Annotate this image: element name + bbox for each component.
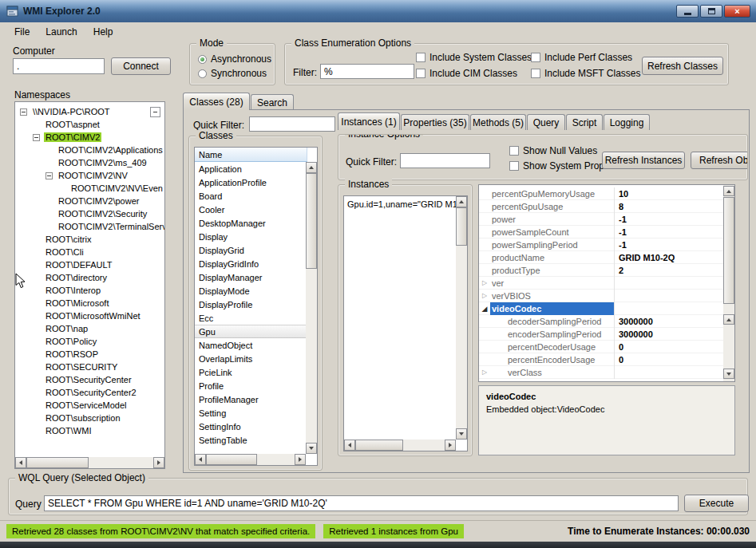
- namespace-item[interactable]: ROOT\aspnet: [15, 118, 164, 131]
- scroll-right-icon[interactable]: [295, 454, 306, 465]
- namespace-item[interactable]: ROOT\SecurityCenter: [15, 373, 164, 386]
- tab-instances[interactable]: Instances (1): [338, 112, 400, 130]
- filter-input[interactable]: [320, 64, 414, 79]
- namespace-item[interactable]: ROOT\CIMV2\NV\Even: [15, 182, 164, 195]
- class-item[interactable]: DisplayGrid: [195, 243, 307, 257]
- class-item[interactable]: Application: [195, 162, 307, 175]
- namespace-item[interactable]: ROOT\CIMV2\ms_409: [15, 156, 164, 169]
- namespace-item[interactable]: ROOT\CIMV2\Security: [15, 207, 164, 220]
- scroll-thumb[interactable]: [355, 440, 403, 451]
- tab-logging[interactable]: Logging: [604, 114, 650, 130]
- class-item[interactable]: ProfileManager: [195, 392, 307, 406]
- class-item[interactable]: PcieLink: [195, 365, 307, 379]
- classes-quick-filter-input[interactable]: [249, 116, 335, 132]
- query-input[interactable]: [44, 495, 679, 511]
- property-row[interactable]: power-1: [479, 213, 724, 226]
- namespace-item[interactable]: ROOT\DEFAULT: [15, 258, 164, 271]
- class-item[interactable]: DisplayProfile: [195, 298, 307, 311]
- class-item[interactable]: Profile: [195, 379, 307, 392]
- namespace-item[interactable]: ROOT\CIMV2\Applications: [15, 144, 164, 156]
- property-row[interactable]: productType2: [479, 264, 724, 277]
- class-item[interactable]: Cooler: [195, 203, 307, 216]
- scroll-down-icon[interactable]: [456, 428, 467, 440]
- namespace-item[interactable]: ROOT\SECURITY: [15, 361, 164, 373]
- instance-item[interactable]: Gpu.id=1,uname="GRID M10: [344, 198, 457, 211]
- class-item[interactable]: Ecc: [195, 311, 307, 325]
- tree-collapse-icon[interactable]: [20, 108, 27, 116]
- collapse-icon[interactable]: ◢: [479, 305, 490, 313]
- scroll-thumb[interactable]: [26, 457, 89, 468]
- property-row[interactable]: decoderSamplingPeriod3000000: [479, 315, 724, 328]
- namespace-item[interactable]: ROOT\ServiceModel: [15, 399, 164, 412]
- mode-asynchronous-radio[interactable]: Asynchronous: [198, 53, 271, 65]
- property-row[interactable]: ▷ver: [479, 277, 724, 290]
- scroll-thumb[interactable]: [206, 454, 257, 465]
- classes-hscrollbar[interactable]: [195, 454, 306, 465]
- namespaces-hscrollbar[interactable]: [15, 457, 164, 468]
- namespace-item[interactable]: ROOT\subscription: [15, 412, 164, 424]
- scroll-down-icon[interactable]: [306, 443, 317, 454]
- minimize-button[interactable]: [676, 5, 699, 18]
- expand-icon[interactable]: ▷: [479, 292, 490, 299]
- property-row[interactable]: ▷verVBIOS: [479, 290, 724, 302]
- namespace-item[interactable]: ROOT\CIMV2\NV: [15, 169, 164, 182]
- class-item[interactable]: SettingInfo: [195, 420, 307, 433]
- namespace-item[interactable]: ROOT\Microsoft: [15, 297, 164, 309]
- class-item[interactable]: DesktopManager: [195, 216, 307, 230]
- titlebar[interactable]: WMI Explorer 2.0 ×: [0, 0, 756, 22]
- refresh-classes-button[interactable]: Refresh Classes: [642, 57, 723, 75]
- class-item[interactable]: DisplayManager: [195, 270, 307, 284]
- expand-icon[interactable]: ▷: [479, 279, 490, 286]
- tab-query[interactable]: Query: [527, 114, 565, 130]
- classes-column-header[interactable]: Name: [195, 148, 307, 162]
- property-row[interactable]: percentGpuUsage8: [479, 200, 724, 213]
- namespace-item[interactable]: ROOT\SecurityCenter2: [15, 386, 164, 399]
- namespace-item[interactable]: ROOT\Policy: [15, 335, 164, 348]
- scroll-thumb[interactable]: [456, 207, 467, 246]
- property-row[interactable]: ▷verClass: [479, 366, 724, 379]
- property-row[interactable]: ◢videoCodec: [479, 302, 724, 315]
- scroll-down-icon[interactable]: [723, 369, 734, 379]
- class-item[interactable]: SettingTable: [195, 433, 307, 447]
- namespace-item[interactable]: ROOT\Cli: [15, 246, 164, 258]
- menu-file[interactable]: File: [6, 24, 38, 40]
- scroll-right-icon[interactable]: [153, 457, 164, 468]
- expand-icon[interactable]: ▷: [479, 369, 490, 376]
- namespace-item[interactable]: ROOT\citrix: [15, 233, 164, 246]
- connect-button[interactable]: Connect: [111, 57, 171, 75]
- scroll-up-icon[interactable]: [723, 314, 734, 325]
- property-row[interactable]: encoderSamplingPeriod3000000: [479, 328, 724, 341]
- instances-quick-filter-input[interactable]: [400, 153, 490, 168]
- namespace-item[interactable]: ROOT\CIMV2: [15, 131, 164, 144]
- scroll-thumb[interactable]: [723, 197, 734, 304]
- class-item[interactable]: DisplayMode: [195, 284, 307, 298]
- namespace-item[interactable]: ROOT\WMI: [15, 424, 164, 437]
- refresh-object-button[interactable]: Refresh Ob: [691, 152, 748, 169]
- property-row[interactable]: percentEncoderUsage0: [479, 353, 724, 366]
- property-row[interactable]: percentDecoderUsage0: [479, 341, 724, 353]
- include-msft-classes-checkbox[interactable]: Include MSFT Classes: [531, 68, 641, 79]
- tab-search[interactable]: Search: [251, 94, 294, 110]
- tree-collapse-button[interactable]: [150, 107, 160, 117]
- class-item[interactable]: Gpu: [195, 325, 307, 338]
- instances-vscrollbar[interactable]: [456, 196, 467, 440]
- property-row[interactable]: productNameGRID M10-2Q: [479, 251, 724, 264]
- namespace-item[interactable]: ROOT\MicrosoftWmiNet: [15, 309, 164, 322]
- scroll-left-icon[interactable]: [195, 454, 206, 465]
- scroll-up-icon[interactable]: [456, 196, 467, 207]
- tab-methods[interactable]: Methods (5): [470, 114, 526, 130]
- property-row[interactable]: percentGpuMemoryUsage10: [479, 187, 724, 200]
- namespace-item[interactable]: ROOT\directory: [15, 271, 164, 284]
- scroll-right-icon[interactable]: [445, 440, 456, 451]
- include-system-classes-checkbox[interactable]: Include System Classes: [416, 52, 532, 63]
- scroll-left-icon[interactable]: [15, 457, 26, 468]
- namespace-item[interactable]: ROOT\RSOP: [15, 348, 164, 361]
- class-item[interactable]: Display: [195, 230, 307, 243]
- scroll-up-icon[interactable]: [306, 162, 317, 173]
- property-row[interactable]: powerSampleCount-1: [479, 226, 724, 239]
- instances-hscrollbar[interactable]: [344, 440, 456, 451]
- namespace-item[interactable]: ROOT\Interop: [15, 284, 164, 297]
- computer-input[interactable]: [13, 58, 105, 74]
- scroll-thumb[interactable]: [306, 173, 317, 269]
- namespace-item[interactable]: ROOT\CIMV2\TerminalServ: [15, 220, 164, 233]
